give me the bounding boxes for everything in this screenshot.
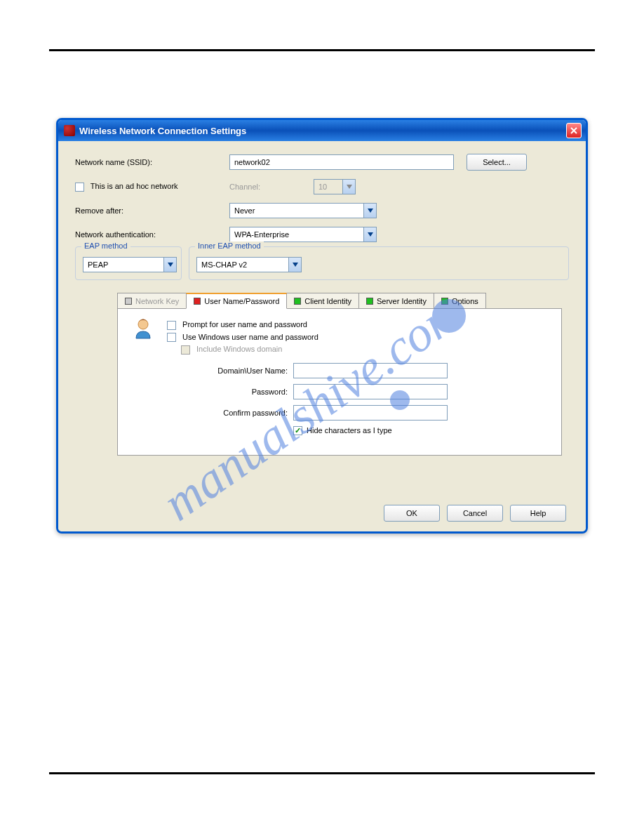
inner-eap-value: MS-CHAP v2 [201, 260, 247, 269]
dot-icon [125, 298, 132, 305]
label-confirm: Confirm password: [167, 409, 293, 417]
svg-point-0 [138, 319, 148, 329]
label-hide: Hide characters as I type [307, 426, 392, 435]
cancel-button[interactable]: Cancel [447, 505, 503, 522]
tab-server-identity[interactable]: Server Identity [358, 293, 434, 309]
chevron-down-icon [363, 227, 376, 241]
channel-select: 10 [314, 179, 356, 194]
tab-label: Client Identity [304, 297, 351, 305]
label-channel: Channel: [229, 183, 314, 191]
tab-panel: Prompt for user name and password Use Wi… [117, 308, 562, 456]
group-eap-method: EAP method PEAP [75, 246, 182, 280]
remove-value: Never [234, 206, 255, 215]
tab-network-key: Network Key [117, 293, 187, 309]
domuser-input[interactable] [293, 363, 448, 378]
dot-icon [441, 298, 448, 305]
chevron-down-icon [288, 258, 301, 272]
select-button[interactable]: Select... [467, 154, 527, 171]
label-adhoc: This is an ad hoc network [90, 182, 178, 190]
page-rule-bottom [49, 772, 595, 774]
label-remove: Remove after: [75, 206, 229, 215]
label-domuser: Domain\User Name: [167, 366, 293, 375]
dot-icon [294, 298, 301, 305]
titlebar: Wireless Network Connection Settings [58, 120, 586, 141]
label-ssid: Network name (SSID): [75, 158, 229, 166]
chevron-down-icon [363, 204, 376, 218]
remove-select[interactable]: Never [229, 203, 377, 218]
confirm-input[interactable] [293, 405, 448, 421]
tabbar: Network Key User Name/Password Client Id… [117, 293, 569, 309]
dialog-wireless-settings: Wireless Network Connection Settings Net… [56, 118, 588, 534]
prompt-checkbox[interactable] [167, 321, 176, 330]
label-password: Password: [167, 388, 293, 396]
dialog-body: Network name (SSID): Select... This is a… [58, 141, 586, 531]
password-input[interactable] [293, 384, 448, 399]
chevron-down-icon [163, 258, 176, 272]
legend-inner-eap: Inner EAP method [195, 241, 264, 250]
ssid-input[interactable] [229, 154, 454, 170]
tab-label: Options [452, 297, 478, 305]
dialog-title: Wireless Network Connection Settings [79, 126, 246, 136]
app-icon [64, 125, 75, 136]
eap-method-value: PEAP [88, 260, 108, 269]
label-auth: Network authentication: [75, 230, 229, 239]
user-icon [132, 317, 154, 340]
label-includedom: Include Windows domain [196, 345, 282, 353]
label-prompt: Prompt for user name and password [182, 320, 307, 329]
tab-label: User Name/Password [204, 297, 279, 305]
help-button[interactable]: Help [510, 505, 566, 522]
label-usewin: Use Windows user name and password [182, 333, 318, 341]
eap-method-select[interactable]: PEAP [83, 257, 177, 272]
tab-options[interactable]: Options [434, 293, 486, 309]
inner-eap-select[interactable]: MS-CHAP v2 [196, 257, 302, 272]
tab-label: Network Key [135, 297, 179, 305]
page-rule-top [49, 49, 595, 51]
dialog-buttons: OK Cancel Help [384, 505, 566, 522]
group-inner-eap: Inner EAP method MS-CHAP v2 [189, 246, 569, 280]
usewin-checkbox[interactable] [167, 333, 176, 342]
includedom-checkbox [181, 345, 190, 355]
auth-select[interactable]: WPA-Enterprise [229, 227, 377, 242]
tab-user-password[interactable]: User Name/Password [186, 293, 287, 309]
close-icon [570, 127, 577, 134]
auth-value: WPA-Enterprise [234, 230, 289, 239]
channel-value: 10 [318, 183, 327, 191]
chevron-down-icon [342, 180, 355, 194]
legend-eap: EAP method [81, 241, 130, 250]
close-button[interactable] [566, 123, 582, 138]
tab-label: Server Identity [377, 297, 427, 305]
ok-button[interactable]: OK [384, 505, 440, 522]
dot-icon [194, 298, 201, 305]
dot-icon [366, 298, 373, 305]
adhoc-checkbox[interactable] [75, 183, 84, 192]
tab-client-identity[interactable]: Client Identity [286, 293, 359, 309]
hide-checkbox[interactable] [293, 426, 302, 435]
